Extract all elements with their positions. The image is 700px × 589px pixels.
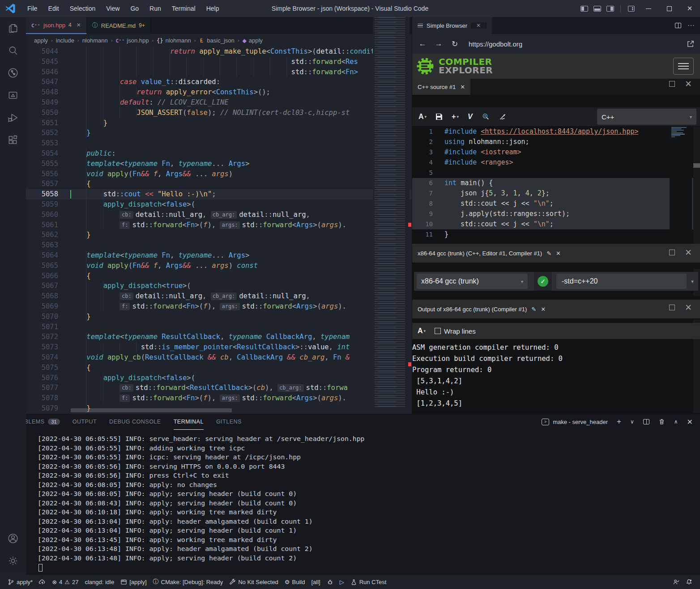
rename-icon[interactable]: ✎	[531, 306, 536, 313]
menu-bar[interactable]: FileEditSelectionViewGoRunTerminalHelp	[22, 3, 224, 14]
code-line[interactable]: 5074void apply_cb(ResultCallback && cb, …	[26, 352, 412, 363]
new-terminal-icon[interactable]: +	[617, 417, 621, 426]
maximize-pane-icon[interactable]	[669, 305, 675, 310]
checkbox-icon[interactable]	[435, 328, 441, 334]
toggle-secondary-sidebar-icon[interactable]	[606, 6, 614, 12]
code-line[interactable]: 5048return apply_error<ConstThis>();	[26, 87, 412, 97]
code-line[interactable]: 5056void apply(Fn&& f, Args&& ... args)	[26, 169, 412, 179]
breadcrumb[interactable]: apply›include›nlohmann›C⁺⁺json.hpp›{}nlo…	[26, 34, 412, 47]
close-window-button[interactable]: ✕	[679, 0, 700, 17]
status-item[interactable]: ▷	[337, 579, 347, 585]
menu-help[interactable]: Help	[201, 3, 224, 14]
ce-scrollbar[interactable]	[693, 127, 700, 413]
search-icon[interactable]	[2, 39, 24, 62]
status-item-build[interactable]: ⚙Build	[282, 579, 308, 585]
maximize-button[interactable]	[659, 0, 679, 17]
ce-code-line[interactable]: 7 json j{5, 3, 1, 4, 2};	[412, 188, 700, 199]
ce-compiler-tab[interactable]: x86-64 gcc (trunk) (C++, Editor #1, Comp…	[412, 244, 700, 263]
code-line[interactable]: 5076apply_dispatch<false>(	[26, 373, 412, 383]
ce-code-line[interactable]: 9 j.apply(std::ranges::sort);	[412, 209, 700, 219]
code-line[interactable]: 5063	[26, 240, 412, 250]
tab-json.hpp[interactable]: C⁺⁺json.hpp4✕	[26, 17, 87, 34]
code-line[interactable]: 5067apply_dispatch<true>(	[26, 281, 412, 291]
font-size-icon[interactable]: A▾	[418, 327, 426, 335]
close-panel-icon[interactable]: ✕	[687, 418, 693, 426]
toggle-panel-icon[interactable]	[593, 6, 601, 12]
explorer-icon[interactable]	[2, 17, 24, 39]
url-input[interactable]: https://godbolt.org	[466, 40, 680, 48]
status-item-clangd-idle[interactable]: clangd: idle	[81, 579, 117, 585]
menu-selection[interactable]: Selection	[65, 3, 101, 14]
menu-file[interactable]: File	[22, 3, 43, 14]
ce-code-line[interactable]: 6int main() {	[412, 178, 700, 188]
customize-layout-icon[interactable]	[628, 6, 635, 12]
close-pane-icon[interactable]: ✕	[685, 79, 692, 89]
ce-source-code[interactable]: 1#include <https://localhost:8443/apply/…	[412, 127, 700, 240]
rename-icon[interactable]: ✎	[546, 250, 551, 257]
code-line[interactable]: 5073std::is_member_pointer<ResultCallbac…	[26, 342, 412, 352]
status-item-4[interactable]: ⊗4⚠27	[49, 579, 81, 585]
menu-go[interactable]: Go	[125, 3, 144, 14]
breadcrumb-item-json.hpp[interactable]: C⁺⁺json.hpp	[115, 37, 149, 44]
ce-source-tab[interactable]: C++ source #1 ✕	[412, 79, 470, 95]
breadcrumb-item-apply[interactable]: apply	[34, 37, 48, 44]
status-item--all-[interactable]: [all]	[308, 579, 323, 585]
add-pane-icon[interactable]: +▾	[452, 113, 459, 121]
compiler-explorer-logo[interactable]: COMPILER EXPLORER	[412, 57, 493, 76]
close-icon[interactable]: ✕	[471, 22, 487, 29]
breadcrumb-item-include[interactable]: include	[56, 37, 74, 44]
code-line[interactable]: 5044return apply_make_tuple<ConstThis>(d…	[26, 47, 412, 57]
code-editor[interactable]: 5044return apply_make_tuple<ConstThis>(d…	[26, 47, 412, 414]
close-icon[interactable]: ✕	[77, 22, 81, 28]
status-item[interactable]	[36, 579, 49, 585]
breadcrumb-item-apply[interactable]: ◆apply	[242, 37, 262, 44]
breadcrumb-item-nlohmann[interactable]: nlohmann	[82, 37, 108, 44]
open-external-icon[interactable]	[687, 40, 695, 48]
code-line[interactable]: 5047case value_t::discarded:	[26, 77, 412, 87]
code-line[interactable]: 5046std::forward<Fn>	[26, 67, 412, 77]
code-line[interactable]: 5058std::cout << "Hello :-)\n";	[26, 189, 412, 199]
code-line[interactable]: 5059apply_dispatch<false>(	[26, 199, 412, 210]
status-item[interactable]	[670, 579, 683, 585]
ce-code-line[interactable]: 4#include <ranges>	[412, 157, 700, 168]
close-pane-icon[interactable]: ✕	[685, 302, 692, 313]
ce-output-tab[interactable]: Output of x86-64 gcc (trunk) (Compiler #…	[412, 300, 700, 318]
cpp-insights-icon[interactable]	[482, 113, 490, 121]
ce-code-line[interactable]: 11}	[412, 229, 700, 240]
maximize-panel-icon[interactable]: ∧	[674, 419, 678, 425]
code-line[interactable]: 5053	[26, 138, 412, 148]
reload-icon[interactable]: ↻	[450, 39, 460, 49]
back-icon[interactable]: ←	[418, 39, 427, 48]
code-line[interactable]: 5072template<typename ResultCallback, ty…	[26, 332, 412, 342]
extensions-icon[interactable]	[2, 129, 24, 151]
source-control-icon[interactable]	[2, 62, 24, 84]
status-item-no-kit-selected[interactable]: No Kit Selected	[226, 579, 282, 585]
tab-README.md[interactable]: ⓘREADME.md9+	[87, 17, 151, 34]
close-icon[interactable]: ✕	[460, 84, 465, 90]
tab-simple-browser[interactable]: Simple Browser ✕	[412, 17, 492, 34]
options-dropdown-icon[interactable]: ▾	[687, 279, 698, 284]
terminal-output[interactable]: [2022-04-30 06:05:55] INFO: serve_header…	[38, 434, 696, 575]
account-icon[interactable]	[2, 527, 24, 550]
close-pane-icon[interactable]: ✕	[685, 247, 692, 258]
code-line[interactable]: 5061f:std::forward<Fn>(f), args:std::for…	[26, 220, 412, 230]
breadcrumb-item-basic_json[interactable]: basic_json	[199, 37, 234, 44]
vim-toggle-icon[interactable]: V	[468, 113, 473, 121]
debug-icon[interactable]	[2, 106, 24, 129]
code-line[interactable]: 5062}	[26, 230, 412, 240]
ce-code-line[interactable]: 5	[412, 168, 700, 178]
code-line[interactable]: 5070}	[26, 312, 412, 322]
more-actions-icon[interactable]: ···	[687, 21, 695, 30]
save-icon[interactable]	[435, 113, 443, 120]
status-item-apply-[interactable]: apply*	[4, 579, 36, 585]
kill-terminal-icon[interactable]	[658, 418, 665, 425]
panel-tab-debug-console[interactable]: DEBUG CONSOLE	[109, 414, 161, 430]
code-line[interactable]: 5066{	[26, 271, 412, 281]
settings-gear-icon[interactable]	[2, 550, 24, 572]
status-item--apply-[interactable]: [apply]	[117, 579, 149, 585]
ce-code-line[interactable]: 2using nlohmann::json;	[412, 137, 700, 147]
minimap[interactable]	[373, 17, 410, 407]
ce-code-line[interactable]: 10 std::cout << j << "\n";	[412, 219, 700, 229]
code-line[interactable]: 5051}	[26, 118, 412, 128]
code-line[interactable]: 5078f:std::forward<Fn>(f), args:std::for…	[26, 393, 412, 403]
